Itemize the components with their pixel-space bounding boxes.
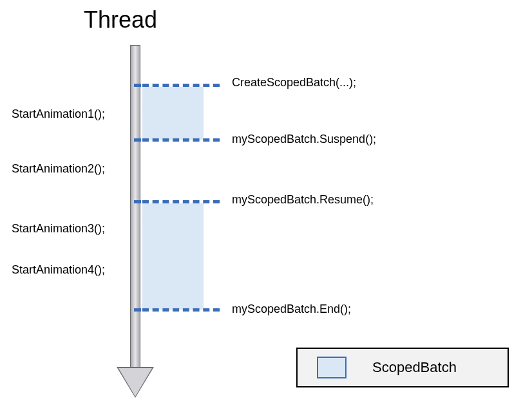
dash-line-end [142,308,220,312]
legend-swatch-scoped-batch [317,357,347,378]
dash-connector-2 [134,138,141,142]
dash-connector-3 [134,200,141,203]
right-label-suspend: myScopedBatch.Suspend(); [232,133,376,146]
left-label-start-animation-1: StartAnimation1(); [12,107,105,121]
legend-box: ScopedBatch [296,348,509,387]
scoped-batch-region-1 [142,87,204,140]
left-label-start-animation-4: StartAnimation4(); [12,263,105,277]
right-label-create-scoped-batch: CreateScopedBatch(...); [232,76,356,89]
dash-line-suspend [142,138,220,142]
right-label-resume: myScopedBatch.Resume(); [232,193,374,207]
scoped-batch-region-2 [142,203,204,310]
dash-line-resume [142,200,220,203]
diagram-title: Thread [84,6,157,33]
left-label-start-animation-3: StartAnimation3(); [12,222,105,236]
dash-line-create [142,84,220,87]
left-label-start-animation-2: StartAnimation2(); [12,162,105,176]
thread-timeline-shaft [130,45,140,370]
dash-connector-4 [134,308,141,312]
right-label-end: myScopedBatch.End(); [232,303,351,316]
dash-connector-1 [134,84,141,87]
thread-timeline-arrowhead [119,368,152,396]
legend-label: ScopedBatch [372,359,457,376]
